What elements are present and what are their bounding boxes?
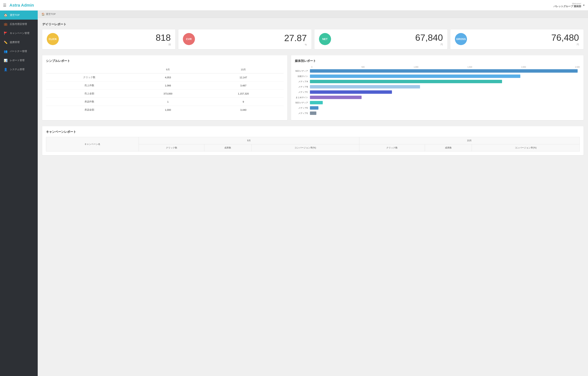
chart-bar-label: メディアB xyxy=(295,86,310,88)
kpi-unit-net: 円 xyxy=(334,43,443,46)
table-cell: 売上金額 xyxy=(46,90,133,98)
table-cell: 1 xyxy=(133,98,203,106)
table-cell: 1,066 xyxy=(133,82,203,90)
sidebar-item-report[interactable]: 📊レポート管理 xyxy=(0,56,38,65)
sidebar-item-agency[interactable]: 💼広告代理店管理 xyxy=(0,20,38,29)
chart-row: 比較サイト xyxy=(295,74,580,78)
table-row: 承認金額1,0003,440 xyxy=(46,106,284,114)
chart-row: メディアC xyxy=(295,90,580,94)
chart-bar xyxy=(310,90,392,94)
sidebar-label: システム管理 xyxy=(10,68,24,71)
simple-table-header xyxy=(46,66,133,73)
chart-bar xyxy=(310,101,323,104)
partner-link-icon: ✏️ xyxy=(4,40,8,44)
simple-report-title: シンプルレポート xyxy=(46,59,284,63)
simple-table-header: 10月 xyxy=(203,66,284,73)
chart-row: SEOメディア xyxy=(295,69,580,73)
chart-bar-label: メディアD xyxy=(295,107,310,109)
user-dropdown-icon[interactable]: ▼ xyxy=(583,4,585,7)
chart-bar-label: まとめサイト xyxy=(295,96,310,99)
table-cell: 1,157,320 xyxy=(203,90,284,98)
daily-report-title: デイリーレポート xyxy=(42,22,583,26)
chart-bar xyxy=(310,96,362,99)
welcome-label: Welcome! xyxy=(554,2,581,5)
breadcrumb: 🏠 運営TOP xyxy=(38,11,588,18)
sidebar-label: 広告代理店管理 xyxy=(10,22,27,26)
breadcrumb-label: 運営TOP xyxy=(46,12,56,16)
kpi-card-gross: GROSS 76,480 円 xyxy=(450,29,583,49)
chart-bar-area xyxy=(310,80,580,83)
chart-bar xyxy=(310,69,578,73)
kpi-badge-cvr: CVR xyxy=(183,33,195,45)
table-row: 売上件数1,0663,487 xyxy=(46,82,284,90)
app-title: Astra Admin xyxy=(10,3,34,8)
sidebar-label: 運営TOP xyxy=(10,13,20,17)
kpi-value-area-gross: 76,480 円 xyxy=(470,33,579,46)
chart-row: メディアE xyxy=(295,111,580,115)
kpi-badge-gross: GROSS xyxy=(455,33,467,45)
axis-label: 500 xyxy=(361,66,365,68)
system-icon: 👤 xyxy=(4,67,8,71)
kpi-badge-net: NET xyxy=(319,33,331,45)
chart-row: メディアD xyxy=(295,106,580,110)
table-cell: 373,000 xyxy=(133,90,203,98)
content-area: 🏠 運営TOP デイリーレポート CLICK 818 回 CVR 27.87 %… xyxy=(38,11,588,376)
chart-bar-label: メディアE xyxy=(295,112,310,115)
chart-bar-area xyxy=(310,96,580,99)
chart-bar-area xyxy=(310,90,580,94)
table-cell: 承認金額 xyxy=(46,106,133,114)
header-left: ☰ Astra Admin xyxy=(3,3,34,8)
sidebar-label: レポート管理 xyxy=(10,59,24,62)
chart-row: SEOメディア xyxy=(295,101,580,105)
chart-bar xyxy=(310,111,316,115)
chart-bar-area xyxy=(310,111,580,115)
chart-bar xyxy=(310,80,502,83)
kpi-value-cvr: 27.87 xyxy=(198,33,307,43)
axis-label: 1,000 xyxy=(414,66,418,68)
table-cell: 1,000 xyxy=(133,106,203,114)
main-layout: 🏠運営TOP💼広告代理店管理🚩キャンペーン管理✏️提携管理👥パートナー管理📊レポ… xyxy=(0,11,588,376)
chart-bar-label: SEOメディア xyxy=(295,101,310,104)
sidebar-item-campaign[interactable]: 🚩キャンペーン管理 xyxy=(0,29,38,38)
chart-bar xyxy=(310,106,319,110)
campaign-sub-col: コンバージョン率(%) xyxy=(251,144,359,151)
table-row: 承認件数19 xyxy=(46,98,284,106)
sidebar-label: キャンペーン管理 xyxy=(10,32,29,35)
table-row: 売上金額373,0001,157,320 xyxy=(46,90,284,98)
kpi-card-cvr: CVR 27.87 % xyxy=(178,29,311,49)
simple-report: シンプルレポート 9月10月クリック数4,05312,147売上件数1,0663… xyxy=(42,55,287,120)
chart-bar-area xyxy=(310,106,580,110)
kpi-value-gross: 76,480 xyxy=(470,33,579,42)
media-report-title: 媒体別レポート xyxy=(295,59,580,63)
table-cell: 売上件数 xyxy=(46,82,133,90)
kpi-value-area-cvr: 27.87 % xyxy=(198,33,307,46)
kpi-card-click: CLICK 818 回 xyxy=(42,29,175,49)
chart-row: メディアA xyxy=(295,79,580,84)
top-header: ☰ Astra Admin Welcome! バレットグループ 開発部 ▼ xyxy=(0,0,588,11)
axis-label: 1,500 xyxy=(467,66,472,68)
chart-bar-area xyxy=(310,75,580,78)
campaign-sub-col: 成果数 xyxy=(204,144,252,151)
campaign-icon: 🚩 xyxy=(4,31,8,35)
sidebar-item-partner[interactable]: 👥パートナー管理 xyxy=(0,47,38,56)
campaign-col-oct: 10月 xyxy=(359,137,579,144)
sidebar-item-system[interactable]: 👤システム管理 xyxy=(0,65,38,74)
kpi-value-click: 818 xyxy=(62,33,171,42)
chart-bar xyxy=(310,75,521,78)
sidebar-item-home[interactable]: 🏠運営TOP xyxy=(0,11,38,20)
media-report: 媒体別レポート 05001,0001,5002,0002,500SEOメディア比… xyxy=(291,55,583,120)
axis-label: 0 xyxy=(311,66,313,68)
kpi-row: CLICK 818 回 CVR 27.87 % NET 67,840 円 GRO… xyxy=(42,29,583,49)
chart-container: 05001,0001,5002,0002,500SEOメディア比較サイトメディア… xyxy=(295,66,580,115)
axis-label: 2,500 xyxy=(575,66,580,68)
chart-bar-label: メディアA xyxy=(295,80,310,83)
kpi-badge-click: CLICK xyxy=(47,33,59,45)
sidebar-label: 提携管理 xyxy=(10,41,20,44)
campaign-col-name: キャンペーン名 xyxy=(46,137,139,151)
table-cell: 承認件数 xyxy=(46,98,133,106)
sidebar: 🏠運営TOP💼広告代理店管理🚩キャンペーン管理✏️提携管理👥パートナー管理📊レポ… xyxy=(0,11,38,376)
user-info: Welcome! バレットグループ 開発部 xyxy=(554,2,581,8)
hamburger-icon[interactable]: ☰ xyxy=(3,3,6,8)
sidebar-item-partner-link[interactable]: ✏️提携管理 xyxy=(0,38,38,47)
home-icon: 🏠 xyxy=(4,13,8,17)
